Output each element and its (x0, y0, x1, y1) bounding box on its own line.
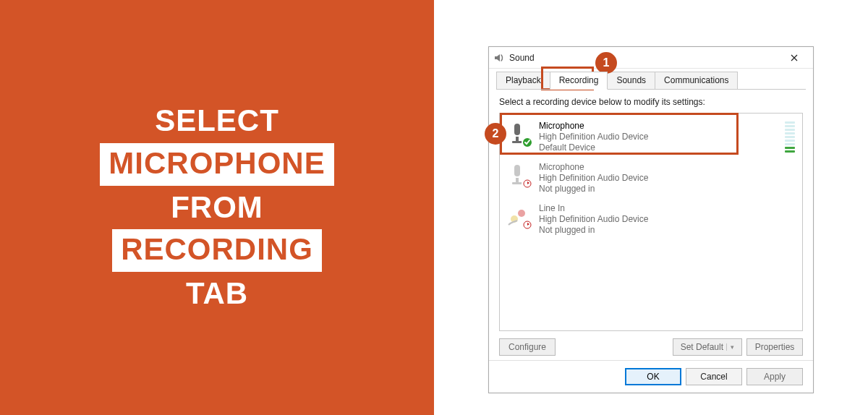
svg-rect-2 (512, 141, 522, 143)
device-sub2: Not plugged in (539, 184, 796, 194)
device-name: Line In (539, 203, 796, 214)
close-button[interactable] (780, 49, 809, 67)
info-panel: SELECT MICROPHONE FROM RECORDING TAB (0, 0, 434, 415)
dialog-body: Select a recording device below to modif… (489, 90, 813, 360)
device-sub1: High Definition Audio Device (539, 132, 778, 142)
svg-rect-5 (512, 182, 522, 184)
svg-rect-1 (516, 137, 519, 141)
set-default-label: Set Default (681, 342, 723, 352)
dialog-footer: OK Cancel Apply (489, 360, 813, 393)
set-default-button[interactable]: Set Default ▾ (673, 338, 742, 356)
properties-button[interactable]: Properties (746, 338, 803, 356)
headline-line-5: TAB (100, 273, 333, 315)
device-sub1: High Definition Audio Device (539, 214, 796, 225)
microphone-icon (506, 162, 532, 188)
unplugged-badge-icon (522, 178, 533, 189)
device-buttons: Configure Set Default ▾ Properties (499, 338, 803, 356)
tab-sounds[interactable]: Sounds (607, 72, 655, 90)
headline-line-1: SELECT (100, 100, 333, 142)
cancel-button[interactable]: Cancel (686, 368, 742, 385)
line-in-icon (506, 203, 532, 229)
hint-text: Select a recording device below to modif… (499, 97, 803, 107)
device-text: Microphone High Definition Audio Device … (539, 162, 796, 194)
tab-playback[interactable]: Playback (496, 72, 550, 90)
tab-underline (496, 89, 806, 90)
device-row-microphone-default[interactable]: Microphone High Definition Audio Device … (500, 116, 802, 158)
headline: SELECT MICROPHONE FROM RECORDING TAB (100, 100, 333, 314)
device-row-microphone-unplugged[interactable]: Microphone High Definition Audio Device … (500, 158, 802, 199)
close-icon (791, 54, 798, 61)
svg-rect-3 (514, 165, 520, 176)
info-panel-inner: SELECT MICROPHONE FROM RECORDING TAB (18, 18, 416, 397)
device-row-line-in[interactable]: Line In High Definition Audio Device Not… (500, 199, 802, 240)
headline-line-3: FROM (100, 187, 333, 228)
apply-button[interactable]: Apply (746, 368, 803, 385)
screenshot-panel: Sound Playback Recording Sounds Communic… (434, 0, 868, 415)
svg-point-8 (518, 210, 525, 217)
headline-line-2: MICROPHONE (100, 143, 333, 186)
dialog-title: Sound (509, 53, 780, 63)
tab-recording[interactable]: Recording (550, 72, 608, 90)
device-sub1: High Definition Audio Device (539, 173, 796, 184)
unplugged-badge-icon (522, 219, 533, 231)
sound-icon (493, 52, 505, 64)
svg-rect-4 (516, 178, 519, 182)
ok-button[interactable]: OK (625, 368, 681, 385)
tab-communications[interactable]: Communications (655, 72, 738, 90)
svg-rect-0 (514, 124, 520, 135)
sound-dialog: Sound Playback Recording Sounds Communic… (488, 46, 814, 393)
default-badge-icon (522, 137, 533, 148)
chevron-down-icon: ▾ (726, 343, 734, 351)
headline-line-4: RECORDING (112, 229, 322, 272)
device-text: Line In High Definition Audio Device Not… (539, 203, 796, 236)
level-meter (785, 121, 795, 153)
configure-button[interactable]: Configure (499, 338, 556, 356)
device-sub2: Not plugged in (539, 225, 796, 236)
device-name: Microphone (539, 162, 796, 173)
device-name: Microphone (539, 121, 778, 132)
tabs: Playback Recording Sounds Communications (489, 69, 813, 90)
device-list: Microphone High Definition Audio Device … (499, 113, 803, 331)
titlebar: Sound (489, 47, 813, 69)
microphone-icon (506, 121, 532, 147)
device-sub2: Default Device (539, 142, 778, 153)
device-text: Microphone High Definition Audio Device … (539, 121, 778, 153)
